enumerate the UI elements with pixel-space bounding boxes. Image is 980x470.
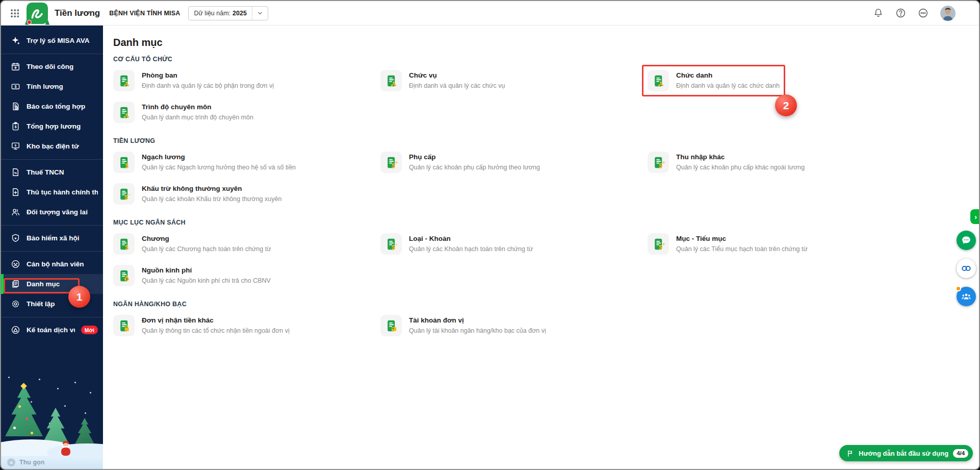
sparkles-icon [10,36,20,46]
sidebar-item-doi-tuong-vang-lai[interactable]: Đối tượng vãng lai [1,202,103,222]
category-text: Ngạch lươngQuản lý các Ngạch lương hưởng… [142,152,296,171]
sidebar-item-thue-tncn[interactable]: %Thuế TNCN [1,162,103,182]
new-badge: Mới [81,326,98,334]
guide-button-label: Hướng dẫn bắt đầu sử dụng [859,450,948,457]
doc-percent-icon: % [10,167,20,178]
section-heading: CƠ CẤU TỔ CHỨC [113,56,979,63]
santa-claus [60,441,71,456]
category-title: Chương [142,233,271,242]
category-card-chuc-danh[interactable]: Chức danhĐịnh danh và quản lý các chức d… [648,70,915,91]
category-text: Nguồn kinh phíQuản lý các Nguồn kinh phí… [142,265,271,284]
category-card-tai-khoan-don-vi[interactable]: Tài khoản đơn vịQuản lý tài khoản ngân h… [380,315,648,336]
guide-progress-badge: 4/4 [953,449,968,458]
category-description: Quản lý các Ngạch lương hưởng theo hệ số… [142,164,296,171]
live-chat-button[interactable] [957,231,976,250]
category-description: Định danh và quản lý các chức vụ [409,82,505,89]
sidebar-item-tro-ly-so-misa-ava[interactable]: Trợ lý số MISA AVA [1,31,103,51]
monitor-icon: $ [10,141,20,152]
category-title: Nguồn kinh phí [142,265,271,274]
category-text: ChươngQuản lý các Chương hạch toán trên … [142,233,271,253]
misa-logo[interactable] [27,3,48,24]
sidebar: Trợ lý số MISA AVATheo dõi công$Tính lươ… [1,26,103,469]
sidebar-item-thiet-lap[interactable]: Thiết lập [1,294,103,314]
sidebar-item-label: Danh mục [27,280,60,288]
bag-category-icon: $ [113,265,135,286]
christmas-tree-icon [41,408,70,452]
category-description: Quản lý thông tin các tổ chức nhận tiền … [142,327,290,334]
category-grid: Phòng banĐịnh danh và quản lý các bộ phậ… [113,70,979,123]
calendar-icon [10,62,20,72]
sidebar-item-label: Thủ tục hành chính thuế [27,188,98,196]
notification-bell-icon[interactable] [873,8,884,18]
category-text: Phòng banĐịnh danh và quản lý các bộ phậ… [142,70,274,89]
category-card-trinh-do-chuyen-mon[interactable]: Trình độ chuyên mônQuản lý danh mục trìn… [113,102,380,123]
category-description: Quản lý các khoản phụ cấp khác ngoài lươ… [676,164,805,171]
org-name: BỆNH VIỆN TỈNH MISA [109,10,180,17]
notification-dot [956,286,961,291]
category-card-khau-tru-khong-thuong-xuyen[interactable]: $-Khấu trừ không thường xuyênQuản lý các… [113,183,380,205]
category-card-don-vi-nhan-tien-khac[interactable]: Đơn vị nhận tiền khácQuản lý thông tin c… [113,315,380,336]
sidebar-item-theo-doi-cong[interactable]: Theo dõi công [1,57,103,77]
category-card-ngach-luong[interactable]: $Ngạch lươngQuản lý các Ngạch lương hưởn… [113,152,380,173]
christmas-tree-icon [73,418,96,451]
category-grid: $ChươngQuản lý các Chương hạch toán trên… [113,233,979,286]
category-title: Đơn vị nhận tiền khác [142,315,290,324]
category-text: Chức vụĐịnh danh và quản lý các chức vụ [409,70,505,89]
christmas-decoration [1,373,103,457]
sidebar-item-bao-hiem-xa-hoi[interactable]: Bảo hiểm xã hội [1,228,103,248]
category-card-loai-khoan[interactable]: $-Loại - KhoảnQuản lý các Khoản hạch toá… [380,233,648,255]
category-text: Chức danhĐịnh danh và quản lý các chức d… [676,70,780,89]
category-card-nguon-kinh-phi[interactable]: $Nguồn kinh phíQuản lý các Nguồn kinh ph… [113,265,380,286]
category-description: Quản lý các Nguồn kinh phí chi trả cho C… [142,277,271,284]
category-card-muc-tieu-muc[interactable]: $+Mục - Tiểu mụcQuản lý các Tiểu mục hạc… [648,233,915,255]
sidebar-divider [1,317,103,317]
user-avatar[interactable] [940,6,956,21]
people-circle-icon [10,259,20,269]
sidebar-item-kho-bac-dien-tu[interactable]: $Kho bạc điện tử [1,136,103,156]
category-title: Thu nhập khác [676,152,805,161]
category-card-thu-nhap-khac[interactable]: $+Thu nhập khácQuản lý các khoản phụ cấp… [648,152,915,173]
category-card-chuong[interactable]: $ChươngQuản lý các Chương hạch toán trên… [113,233,380,255]
category-grid: $Ngạch lươngQuản lý các Ngạch lương hưởn… [113,152,979,205]
triangle-circle-icon [10,325,20,335]
sidebar-item-tinh-luong[interactable]: $Tính lương [1,77,103,96]
category-card-chuc-vu[interactable]: Chức vụĐịnh danh và quản lý các chức vụ [380,70,648,91]
category-card-phong-ban[interactable]: Phòng banĐịnh danh và quản lý các bộ phậ… [113,70,380,91]
sidebar-item-ke-toan-dich-vu[interactable]: Kế toán dịch vụMới [1,320,103,340]
sidebar-item-label: Bảo hiểm xã hội [27,234,80,242]
category-card-phu-cap[interactable]: $+Phụ cấpQuản lý các khoản phụ cấp hưởng… [380,152,648,173]
help-icon[interactable] [895,8,906,18]
expand-panel-tab[interactable]: › [970,209,980,224]
misa-support-button[interactable] [957,259,976,278]
header-right [873,6,979,21]
shield-icon [10,233,20,243]
dollar-category-icon: $ [113,152,135,173]
sidebar-item-bao-cao-tong-hop[interactable]: $Báo cáo tổng hợp [1,96,103,116]
sidebar-item-can-bo-nhan-vien[interactable]: Cán bộ nhân viên [1,254,103,274]
people-icon [10,207,20,217]
header: Tiền lương BỆNH VIỆN TỈNH MISA Dữ liệu n… [1,1,979,26]
svg-text:$: $ [125,162,128,169]
section-co-cau-to-chuc: CƠ CẤU TỔ CHỨCPhòng banĐịnh danh và quản… [113,56,979,123]
svg-text:$: $ [14,85,16,89]
category-description: Quản lý các khoản Khấu trừ không thường … [142,195,281,203]
more-options-icon[interactable] [918,8,929,18]
sidebar-item-danh-muc[interactable]: Danh mục [1,274,103,294]
sidebar-item-thu-tuc-hanh-chinh-thue[interactable]: Thủ tục hành chính thuế [1,182,103,202]
getting-started-guide-button[interactable]: Hướng dẫn bắt đầu sử dụng 4/4 [839,445,973,461]
dollar-minus-category-icon: $- [380,233,402,255]
category-title: Tài khoản đơn vị [409,315,546,324]
report-icon: $ [10,102,20,112]
apps-grid-icon[interactable] [10,9,19,17]
lock-category-icon [113,315,135,336]
svg-text:$: $ [392,162,395,169]
star-icon [20,383,27,389]
sidebar-item-tong-hop-luong[interactable]: $Tổng hợp lương [1,116,103,136]
year-selector-value: 2025 [233,10,247,17]
year-selector[interactable]: Dữ liệu năm: 2025 [188,6,268,20]
snow [47,443,103,457]
community-button[interactable] [957,287,976,306]
category-text: Khấu trừ không thường xuyênQuản lý các k… [142,183,281,203]
org-category-icon [113,102,135,123]
collapse-sidebar-button[interactable]: « Thu gọn [1,456,103,469]
